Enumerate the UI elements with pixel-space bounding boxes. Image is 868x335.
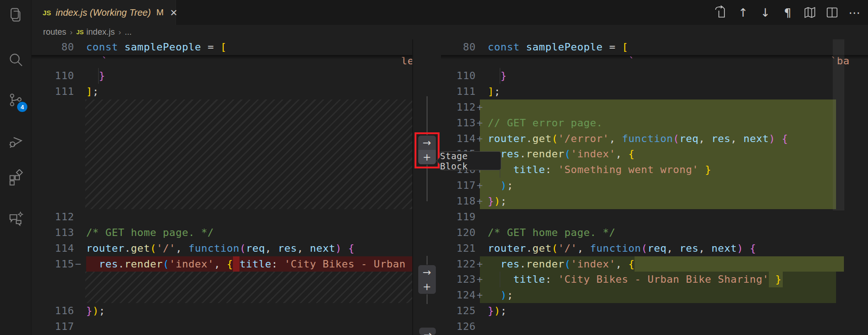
- revert-block-arrow-button[interactable]: →: [418, 265, 436, 279]
- line-number: 121: [441, 241, 476, 256]
- code-text: ];: [488, 84, 501, 99]
- line-number: 118: [441, 193, 476, 209]
- code-line[interactable]: 113+// GET error page.: [441, 115, 868, 131]
- diff-gutter: →+→+→+: [412, 39, 441, 335]
- line-number: 117: [441, 178, 476, 193]
- next-change-icon[interactable]: ↓: [758, 5, 773, 20]
- open-file-icon[interactable]: [714, 5, 728, 20]
- code-line[interactable]: 123+ title: 'City Bikes - Urban Bike Sha…: [441, 272, 868, 287]
- revert-block-arrow-button[interactable]: →: [419, 328, 436, 335]
- scm-changes-badge: 4: [17, 102, 27, 112]
- breadcrumb-item[interactable]: ...: [125, 27, 132, 37]
- code-text: /* GET home page. */: [488, 225, 616, 241]
- code-text: /* GET home page. */: [86, 225, 214, 241]
- code-text: ];: [86, 84, 99, 99]
- split-editor-icon[interactable]: [825, 5, 839, 20]
- search-icon[interactable]: [0, 48, 31, 72]
- js-file-icon: JS: [43, 9, 51, 17]
- code-line[interactable]: 117: [31, 319, 412, 335]
- explorer-icon[interactable]: [0, 3, 31, 27]
- diff-editor: 80const samplePeople = [`le110 }111];112…: [31, 39, 868, 335]
- char-diff-highlight: [635, 256, 844, 272]
- sticky-shadow: [441, 55, 868, 59]
- code-line[interactable]: 118+});: [441, 193, 868, 209]
- code-line[interactable]: 126: [441, 319, 868, 335]
- line-number: 125: [441, 303, 476, 319]
- breadcrumb-item[interactable]: JSindex.js: [76, 27, 115, 37]
- code-line[interactable]: 110 }: [31, 68, 412, 84]
- chat-icon[interactable]: [0, 206, 31, 230]
- code-text: });: [488, 303, 507, 319]
- code-line[interactable]: 120/* GET home page. */: [441, 225, 868, 241]
- code-line[interactable]: 111];: [31, 84, 412, 99]
- code-line[interactable]: 110 }: [441, 68, 868, 84]
- sticky-scroll-line[interactable]: 80const samplePeople = [: [441, 39, 868, 55]
- added-line-marker: +: [477, 115, 483, 131]
- added-line-marker: +: [477, 256, 483, 272]
- code-line[interactable]: 125});: [441, 303, 868, 319]
- annotation-highlight-box: [415, 132, 440, 168]
- code-line[interactable]: 116+ title: 'Something went wrong' }: [441, 162, 868, 178]
- stage-block-plus-button[interactable]: +: [418, 279, 436, 294]
- chevron-right-icon: ›: [119, 28, 121, 37]
- tab-indexjs-working-tree[interactable]: JS index.js (Working Tree) M ×: [31, 0, 176, 25]
- code-line[interactable]: 116});: [31, 303, 412, 319]
- modified-badge: M: [157, 7, 164, 18]
- tooltip-label: Stage Block: [440, 151, 501, 171]
- code-line[interactable]: 122+ res.render('index', {: [441, 256, 868, 272]
- line-number: 124: [441, 287, 476, 303]
- code-line[interactable]: 115+ res.render('index', {: [441, 146, 868, 162]
- code-text: }: [488, 68, 507, 84]
- line-number: 110: [31, 68, 74, 84]
- sticky-scroll-line[interactable]: 80const samplePeople = [: [31, 39, 412, 55]
- line-number: 126: [441, 319, 476, 335]
- added-line-marker: +: [477, 193, 483, 209]
- added-line-marker: +: [477, 272, 483, 287]
- code-text: res.render('index', {: [488, 146, 635, 162]
- more-actions-icon[interactable]: ⋯: [847, 5, 862, 20]
- stage-block-tooltip: Stage Block: [440, 151, 501, 170]
- code-line[interactable]: 115− res.render('index', { title: 'City …: [31, 256, 412, 272]
- show-whitespace-icon[interactable]: ¶: [780, 5, 795, 20]
- code-line[interactable]: 114router.get('/', function(req, res, ne…: [31, 241, 412, 256]
- code-line[interactable]: 124+ );: [441, 287, 868, 303]
- line-number: 123: [441, 272, 476, 287]
- code-line[interactable]: 111];: [441, 84, 868, 99]
- code-line[interactable]: 119: [441, 209, 868, 225]
- code-line[interactable]: 112: [31, 209, 412, 225]
- map-icon[interactable]: [803, 5, 817, 20]
- code-text: router.get('/error', function(req, res, …: [488, 131, 788, 147]
- diff-pane-modified[interactable]: 80const samplePeople = [``ba110 }111];11…: [441, 39, 868, 335]
- scrollbar-slider[interactable]: [833, 39, 844, 211]
- previous-change-icon[interactable]: ↑: [736, 5, 750, 20]
- code-text: });: [86, 303, 105, 319]
- source-control-icon[interactable]: 4: [0, 88, 31, 112]
- code-line[interactable]: 114+router.get('/error', function(req, r…: [441, 131, 868, 147]
- unchanged-region-hatch: [85, 99, 412, 209]
- line-number: 110: [441, 68, 476, 84]
- code-line[interactable]: 113/* GET home page. */: [31, 225, 412, 241]
- code-text: router.get('/', function(req, res, next)…: [86, 241, 354, 256]
- tab-label: index.js (Working Tree): [56, 7, 151, 18]
- code-text: title: 'Something went wrong' }: [488, 162, 711, 178]
- code-text: });: [488, 193, 507, 209]
- code-line[interactable]: 112+: [441, 99, 868, 115]
- run-debug-icon[interactable]: [0, 129, 31, 153]
- diff-pane-original[interactable]: 80const samplePeople = [`le110 }111];112…: [31, 39, 412, 335]
- sticky-shadow: [31, 55, 412, 59]
- breadcrumb-item[interactable]: routes: [43, 27, 66, 37]
- code-text: res.render('index', {: [488, 256, 635, 272]
- close-icon[interactable]: ×: [170, 6, 177, 19]
- line-number: 111: [441, 84, 476, 99]
- code-line[interactable]: 121router.get('/', function(req, res, ne…: [441, 241, 868, 256]
- line-number: 116: [31, 303, 74, 319]
- line-number: 120: [441, 225, 476, 241]
- code-line[interactable]: 117+ );: [441, 178, 868, 193]
- code-text: // GET error page.: [488, 115, 603, 131]
- extensions-icon[interactable]: [0, 166, 31, 190]
- code-text: );: [488, 287, 513, 303]
- stage-button-group: →+: [419, 328, 436, 335]
- line-number: 111: [31, 84, 74, 99]
- added-line-marker: +: [477, 178, 483, 193]
- line-number: 112: [31, 209, 74, 225]
